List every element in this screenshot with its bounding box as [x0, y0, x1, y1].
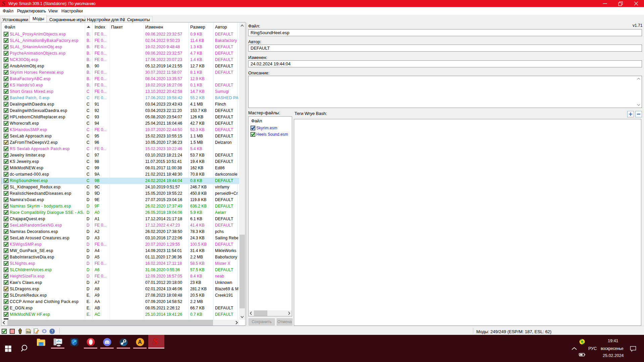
- svg-text:Doc: Doc: [26, 330, 31, 334]
- svg-text:A: A: [138, 339, 142, 345]
- svg-text:?: ?: [51, 329, 53, 334]
